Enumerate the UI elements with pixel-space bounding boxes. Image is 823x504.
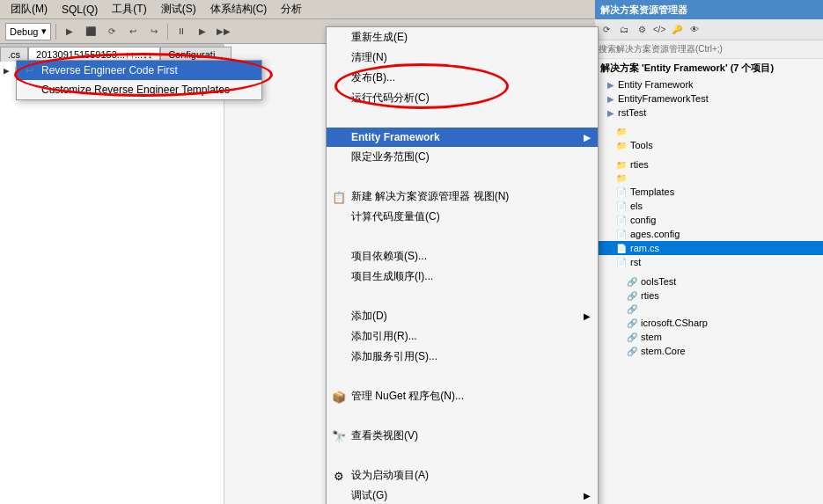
- project-icon-2: ▶: [607, 94, 614, 104]
- menu-team[interactable]: 团队(M): [4, 0, 55, 18]
- se-item-rst[interactable]: 📄 ages.config: [595, 227, 823, 241]
- ref-icon-5: 🔗: [627, 332, 637, 342]
- debug-dropdown[interactable]: Debug ▾: [5, 23, 51, 40]
- se-item-templates[interactable]: 📁 rties: [595, 157, 823, 172]
- ref-icon-2: 🔗: [627, 291, 637, 301]
- toolbar-separator-1: [55, 24, 56, 40]
- se-item-ages-config[interactable]: 📄 els: [595, 199, 823, 213]
- menu-item-new-sol-view-label: 新建 解决方案资源管理器 视图(N): [351, 189, 509, 204]
- menu-item-entity-fw[interactable]: Entity Framework ▶: [327, 128, 598, 147]
- debug-label: Debug: [10, 26, 38, 37]
- toolbar-btn-8[interactable]: ▶▶: [214, 23, 233, 40]
- folder-icon-1: 📁: [616, 127, 627, 136]
- se-item-systemcore[interactable]: 🔗: [595, 303, 823, 316]
- menu-item-entity-fw-label: Entity Framework: [351, 131, 440, 143]
- se-item-mscsharp[interactable]: 🔗 oolsTest: [595, 274, 823, 289]
- toolbar-separator-2: [167, 24, 168, 40]
- menu-analysis[interactable]: 分析: [274, 0, 309, 18]
- toolbar-btn-2[interactable]: ⬛: [81, 23, 100, 40]
- menu-item-publish-label: 发布(B)...: [351, 70, 395, 85]
- se-filter-btn[interactable]: ⚙: [634, 22, 650, 38]
- se-item-ef[interactable]: ▶ Entity Framework: [595, 77, 823, 91]
- tab-bar: .cs 201309151559153...↑↑...↓↓ Configurat…: [0, 44, 224, 62]
- menu-sql[interactable]: SQL(Q): [55, 2, 105, 18]
- menu-item-calc-metric[interactable]: 计算代码度量值(C): [327, 207, 598, 227]
- se-item-mscsharp-label: oolsTest: [641, 276, 676, 287]
- se-code-btn[interactable]: </>: [651, 22, 667, 38]
- menu-separator-2: [327, 167, 598, 186]
- menu-item-new-sol-view[interactable]: 📋 新建 解决方案资源管理器 视图(N): [327, 186, 598, 207]
- se-item-els[interactable]: 📁: [595, 172, 823, 185]
- menu-item-clean[interactable]: 清理(N): [327, 47, 598, 68]
- se-item-eftest-label: EntityFrameworkTest: [618, 93, 709, 104]
- se-item-system-label: rties: [641, 290, 659, 301]
- menu-arch[interactable]: 体系结构(C): [203, 0, 275, 18]
- view-class-icon: 🔭: [332, 429, 346, 442]
- se-item-systemdata[interactable]: 🔗 icrosoft.CSharp: [595, 316, 823, 330]
- se-item-rst-label: ages.config: [630, 229, 680, 239]
- se-item-ef-label: Entity Framework: [618, 79, 694, 90]
- menu-item-manage-nuget[interactable]: 📦 管理 NuGet 程序包(N)...: [327, 386, 598, 406]
- menu-item-debug[interactable]: 调试(G) ▶: [327, 486, 598, 504]
- menu-item-run-analysis[interactable]: 运行代码分析(C): [327, 88, 598, 108]
- menu-item-customize-templates[interactable]: Customize Reverse Engineer Templates: [17, 80, 261, 99]
- context-menu: 重新生成(E) 清理(N) 发布(B)... 运行代码分析(C) Entity …: [326, 26, 599, 504]
- se-item-systemxml[interactable]: 🔗 stem.Core: [595, 344, 823, 358]
- menu-item-build-order-label: 项目生成顺序(I)...: [351, 269, 433, 284]
- menu-item-set-startup[interactable]: ⚙ 设为启动项目(A): [327, 465, 598, 486]
- se-item-config-label: Templates: [630, 186, 674, 197]
- se-item-eftest[interactable]: ▶ EntityFrameworkTest: [595, 91, 823, 106]
- se-item-systemdataext-label: stem: [641, 332, 662, 342]
- se-item-rties2[interactable]: 📄 rst: [595, 255, 823, 269]
- menu-test[interactable]: 测试(S): [154, 0, 203, 18]
- toolbar-btn-3[interactable]: ⟳: [102, 23, 121, 40]
- toolbar-btn-1[interactable]: ▶: [60, 23, 79, 40]
- menu-separator-1: [327, 108, 598, 128]
- menu-item-reverse-engineer[interactable]: ↩ Reverse Engineer Code First: [17, 61, 261, 80]
- menu-tools[interactable]: 工具(T): [105, 0, 153, 18]
- toolbar-btn-4[interactable]: ↩: [123, 23, 143, 40]
- solution-explorer-toolbar: ⟳ 🗂 ⚙ </> 🔑 👁: [595, 19, 823, 40]
- file-icon-4: 📄: [616, 230, 627, 239]
- se-item-toolstest[interactable]: 📄 ram.cs: [595, 241, 823, 255]
- se-props-btn[interactable]: 🔑: [669, 22, 685, 38]
- se-item-rties2-label: rst: [630, 257, 641, 267]
- se-item-system[interactable]: 🔗 rties: [595, 289, 823, 303]
- menu-separator-3: [327, 227, 598, 246]
- menu-item-rebuild[interactable]: 重新生成(E): [327, 27, 598, 47]
- se-item-templates-label: rties: [630, 159, 649, 170]
- se-preview-btn[interactable]: 👁: [687, 22, 702, 38]
- menu-item-add-ref[interactable]: 添加引用(R)...: [327, 326, 598, 347]
- se-sync-btn[interactable]: ⟳: [599, 22, 614, 38]
- se-item-ages-config-label: els: [630, 201, 643, 211]
- se-item-config[interactable]: 📄 Templates: [595, 185, 823, 199]
- toolbar-btn-7[interactable]: ▶: [193, 23, 212, 40]
- se-item-systemdataext[interactable]: 🔗 stem: [595, 330, 823, 344]
- menu-item-add-svc-ref[interactable]: 添加服务引用(S)...: [327, 347, 598, 367]
- menu-item-project-deps[interactable]: 项目依赖项(S)...: [327, 246, 598, 267]
- menu-item-calc-business-label: 限定业务范围(C): [351, 150, 430, 164]
- se-item-tools[interactable]: 📁: [595, 125, 823, 138]
- menu-item-add[interactable]: 添加(D) ▶: [327, 306, 598, 326]
- folder-icon-4: 📁: [616, 173, 627, 183]
- menu-item-view-class[interactable]: 🔭 查看类视图(V): [327, 426, 598, 446]
- se-item-ram-cs[interactable]: 📄 config: [595, 213, 823, 227]
- menu-item-run-analysis-label: 运行代码分析(C): [351, 91, 430, 106]
- menu-item-customize-templates-label: Customize Reverse Engineer Templates: [41, 84, 230, 96]
- toolbar-btn-6[interactable]: ⏸: [172, 23, 191, 40]
- se-new-view-btn[interactable]: 🗂: [616, 22, 632, 38]
- menu-item-calc-business[interactable]: 限定业务范围(C): [327, 147, 598, 167]
- toolbar-btn-5[interactable]: ↪: [144, 23, 164, 40]
- se-item-rties[interactable]: 📁 Tools: [595, 138, 823, 152]
- file-icon-3: 📄: [616, 215, 627, 225]
- se-item-rstest[interactable]: ▶ rstTest: [595, 106, 823, 120]
- menu-separator-6: [327, 406, 598, 426]
- menu-item-build-order[interactable]: 项目生成顺序(I)...: [327, 267, 598, 287]
- menu-item-rebuild-label: 重新生成(E): [351, 30, 408, 45]
- menu-separator-4: [327, 287, 598, 306]
- project-icon-1: ▶: [607, 80, 614, 90]
- se-item-rties-label: Tools: [630, 140, 653, 150]
- file-icon-1: 📄: [616, 187, 627, 197]
- menu-item-publish[interactable]: 发布(B)...: [327, 68, 598, 88]
- menu-item-manage-nuget-label: 管理 NuGet 程序包(N)...: [351, 389, 464, 404]
